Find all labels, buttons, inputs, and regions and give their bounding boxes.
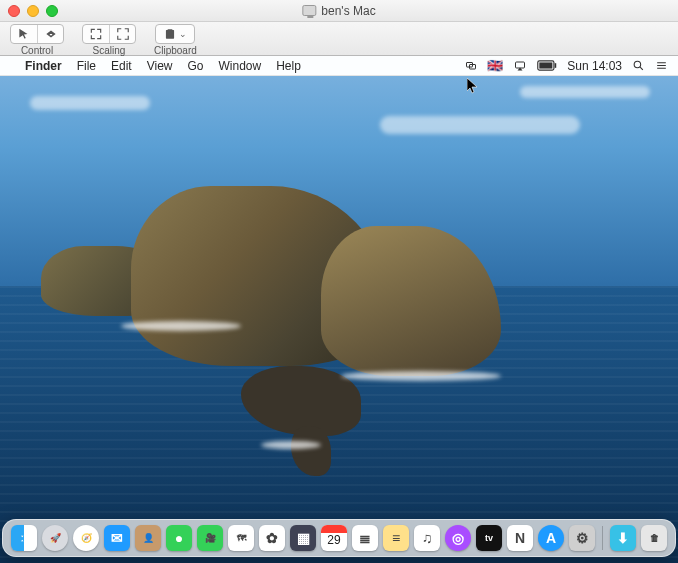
dock-app-calendar[interactable]: 29 — [321, 525, 347, 551]
menubar-app-name[interactable]: Finder — [25, 59, 62, 73]
input-source-icon[interactable]: 🇬🇧 — [487, 58, 503, 73]
full-size-button[interactable] — [109, 25, 135, 43]
dock-app-trash[interactable]: 🗑 — [641, 525, 667, 551]
launchpad-icon: 🚀 — [50, 533, 61, 543]
menu-view[interactable]: View — [147, 59, 173, 73]
dock-app-music[interactable]: ♫ — [414, 525, 440, 551]
wallpaper-island — [41, 176, 556, 406]
menu-help[interactable]: Help — [276, 59, 301, 73]
window-title: ben's Mac — [302, 4, 375, 18]
downloads-icon: ⬇ — [617, 530, 629, 546]
toolbar-group-clipboard: ⌄ Clipboard — [154, 24, 197, 56]
vnc-toolbar: Control Scaling ⌄ Clipboard — [0, 22, 678, 56]
dock-app-contacts[interactable]: 👤 — [135, 525, 161, 551]
observe-mode-button[interactable] — [37, 25, 63, 43]
toolbar-label-scaling: Scaling — [93, 45, 126, 56]
spotlight-icon[interactable] — [632, 59, 645, 72]
dock-app-finder[interactable]: ːː — [11, 525, 37, 551]
minimize-window-button[interactable] — [27, 5, 39, 17]
window-controls — [8, 5, 58, 17]
screen-sharing-icon — [302, 5, 316, 16]
dock-app-system-preferences[interactable]: ⚙ — [569, 525, 595, 551]
vnc-window-titlebar: ben's Mac — [0, 0, 678, 22]
music-icon: ♫ — [422, 530, 433, 546]
facetime-icon: 🎥 — [205, 533, 216, 543]
svg-rect-5 — [555, 63, 557, 68]
dock-app-mail[interactable]: ✉ — [104, 525, 130, 551]
contacts-icon: 👤 — [143, 533, 154, 543]
dock-app-facetime[interactable]: 🎥 — [197, 525, 223, 551]
svg-point-6 — [634, 61, 641, 67]
clipboard-menu-button[interactable]: ⌄ — [156, 25, 194, 43]
control-mode-button[interactable] — [11, 25, 37, 43]
menu-edit[interactable]: Edit — [111, 59, 132, 73]
dock-app-news[interactable]: N — [507, 525, 533, 551]
safari-icon: 🧭 — [81, 533, 92, 543]
toolbar-label-control: Control — [21, 45, 53, 56]
remote-desktop[interactable]: Finder File Edit View Go Window Help 🇬🇧 … — [0, 56, 678, 563]
dock-app-podcasts[interactable]: ◎ — [445, 525, 471, 551]
finder-icon: ːː — [21, 533, 27, 543]
photos-icon: ✿ — [266, 530, 278, 546]
dock-app-messages[interactable]: ● — [166, 525, 192, 551]
toolbar-group-scaling: Scaling — [82, 24, 136, 56]
control-center-icon[interactable] — [655, 59, 668, 72]
reminders-icon: ≣ — [359, 530, 371, 546]
fit-to-window-button[interactable] — [83, 25, 109, 43]
menu-window[interactable]: Window — [219, 59, 262, 73]
maps-icon: 🗺 — [237, 533, 246, 543]
system-preferences-icon: ⚙ — [576, 530, 589, 546]
svg-rect-2 — [516, 62, 525, 68]
dock-app-photos[interactable]: ✿ — [259, 525, 285, 551]
dock-app-mission-control[interactable]: ▦ — [290, 525, 316, 551]
podcasts-icon: ◎ — [452, 530, 464, 546]
window-title-text: ben's Mac — [321, 4, 375, 18]
menu-go[interactable]: Go — [188, 59, 204, 73]
dock-app-maps[interactable]: 🗺 — [228, 525, 254, 551]
airplay-icon[interactable] — [513, 60, 527, 72]
news-icon: N — [515, 530, 525, 546]
zoom-window-button[interactable] — [46, 5, 58, 17]
dock-app-safari[interactable]: 🧭 — [73, 525, 99, 551]
app-store-icon: A — [546, 530, 556, 546]
macos-menubar: Finder File Edit View Go Window Help 🇬🇧 … — [0, 56, 678, 76]
chevron-down-icon: ⌄ — [179, 29, 187, 39]
dock-separator — [602, 526, 603, 550]
displays-icon[interactable] — [465, 60, 477, 72]
mail-icon: ✉ — [111, 530, 123, 546]
dock-app-notes[interactable]: ≡ — [383, 525, 409, 551]
toolbar-group-control: Control — [10, 24, 64, 56]
dock: ːː🚀🧭✉👤●🎥🗺✿▦29≣≡♫◎tvNA⚙⬇🗑 — [2, 519, 676, 557]
dock-app-launchpad[interactable]: 🚀 — [42, 525, 68, 551]
dock-app-tv[interactable]: tv — [476, 525, 502, 551]
messages-icon: ● — [175, 530, 183, 546]
svg-rect-4 — [540, 62, 553, 68]
battery-icon[interactable] — [537, 60, 557, 71]
menubar-clock[interactable]: Sun 14:03 — [567, 59, 622, 73]
dock-app-app-store[interactable]: A — [538, 525, 564, 551]
close-window-button[interactable] — [8, 5, 20, 17]
notes-icon: ≡ — [392, 530, 400, 546]
dock-app-reminders[interactable]: ≣ — [352, 525, 378, 551]
calendar-date: 29 — [321, 533, 347, 547]
menu-file[interactable]: File — [77, 59, 96, 73]
trash-icon: 🗑 — [650, 533, 659, 543]
mission-control-icon: ▦ — [297, 530, 310, 546]
toolbar-label-clipboard: Clipboard — [154, 45, 197, 56]
tv-icon: tv — [485, 533, 493, 543]
dock-app-downloads[interactable]: ⬇ — [610, 525, 636, 551]
